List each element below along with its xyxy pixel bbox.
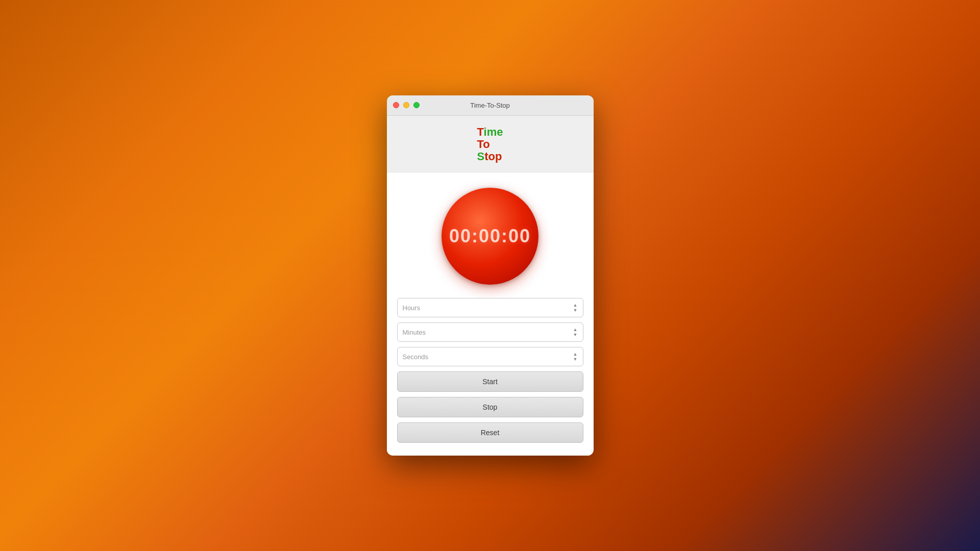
seconds-up-arrow[interactable]: ▲	[573, 352, 578, 357]
hours-down-arrow[interactable]: ▼	[573, 308, 578, 313]
logo-line1: Time	[477, 126, 503, 138]
logo-line2: To	[477, 138, 490, 151]
app-window: Time-To-Stop Time To Stop 00:00:00 Hours…	[387, 95, 594, 456]
minutes-input[interactable]: Minutes ▲ ▼	[397, 322, 583, 342]
logo-top-letters: top	[484, 150, 502, 163]
title-bar: Time-To-Stop	[387, 95, 594, 116]
close-button[interactable]	[393, 102, 399, 108]
maximize-button[interactable]	[413, 102, 420, 108]
seconds-input[interactable]: Seconds ▲ ▼	[397, 347, 583, 366]
window-title: Time-To-Stop	[470, 102, 510, 109]
seconds-down-arrow[interactable]: ▼	[573, 357, 578, 362]
controls-section: Hours ▲ ▼ Minutes ▲ ▼ Seconds ▲ ▼	[397, 298, 583, 443]
minutes-down-arrow[interactable]: ▼	[573, 333, 578, 337]
stop-button[interactable]: Stop	[397, 397, 583, 417]
timer-display: 00:00:00	[449, 226, 531, 247]
start-button[interactable]: Start	[397, 371, 583, 392]
minimize-button[interactable]	[403, 102, 409, 108]
minutes-placeholder: Minutes	[403, 329, 426, 336]
minutes-spinner-arrows[interactable]: ▲ ▼	[573, 328, 578, 337]
seconds-placeholder: Seconds	[403, 353, 429, 361]
hours-placeholder: Hours	[403, 304, 421, 312]
logo-line3: Stop	[477, 151, 502, 163]
header-section: Time To Stop	[387, 116, 594, 173]
app-logo: Time To Stop	[477, 126, 503, 163]
logo-t-letter: T	[477, 126, 484, 138]
timer-circle: 00:00:00	[442, 188, 538, 285]
logo-s-letter: S	[477, 150, 485, 163]
seconds-spinner-arrows[interactable]: ▲ ▼	[573, 352, 578, 362]
traffic-lights	[393, 102, 420, 108]
minutes-up-arrow[interactable]: ▲	[573, 328, 578, 332]
hours-input[interactable]: Hours ▲ ▼	[397, 298, 583, 317]
reset-button[interactable]: Reset	[397, 422, 583, 443]
main-content: 00:00:00 Hours ▲ ▼ Minutes ▲ ▼	[387, 172, 594, 456]
hours-up-arrow[interactable]: ▲	[573, 303, 578, 308]
logo-ime-letters: ime	[484, 126, 503, 138]
hours-spinner-arrows[interactable]: ▲ ▼	[573, 303, 578, 313]
